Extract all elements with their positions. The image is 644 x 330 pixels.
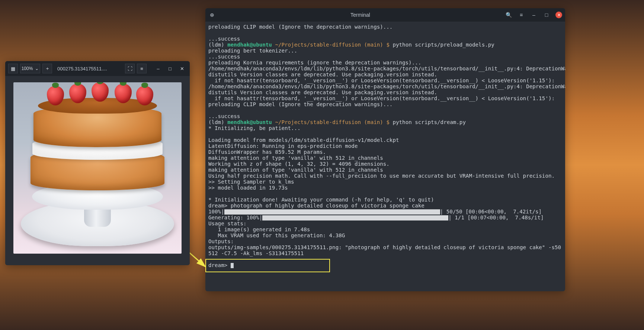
terminal-line: Working with z of shape (1, 4, 32, 32) =… [208,161,390,167]
output-path: outputs/img-samples/000275.3134175511.pn… [208,244,342,250]
prompt-userhost: mendhak@ubuntu [227,119,272,125]
terminal-line: preloading CLIP model (Ignore the deprec… [208,24,393,30]
terminal-line: distutils Version classes are deprecated… [208,89,437,95]
minimize-button[interactable]: – [530,11,538,19]
terminal-line: preloading Kornia requirements (ignore t… [208,60,421,66]
maximize-button[interactable]: □ [165,64,175,73]
new-tab-icon[interactable]: ⊕ [208,11,216,19]
zoom-in-icon[interactable]: ＋ [42,64,52,73]
terminal-line: distutils Version classes are deprecated… [208,72,437,77]
terminal-window: ⊕ Terminal 🔍 ≡ – □ ✕ preloading CLIP mod… [205,8,565,291]
terminal-line: making attention of type 'vanilla' with … [208,167,383,173]
terminal-line: 512 -C7.5 -Ak_lms -S3134175511 [208,250,304,256]
prompt-branch: (main) [364,119,383,125]
terminal-line: Outputs: [208,238,234,244]
image-viewer-window: ▦ 100% ⌄ ＋ 000275.3134175511.... ⛶ ≡ – □… [5,61,190,265]
terminal-line: >> model loaded in 19.73s [208,185,288,191]
terminal-line: ...success [208,113,240,119]
minimize-button[interactable]: – [153,64,163,73]
grid-view-icon[interactable]: ▦ [8,64,18,73]
zoom-dropdown[interactable]: 100% ⌄ [20,64,40,73]
progress-stats: | 1/1 [00:07<00:00, 7.48s/it] [448,215,544,220]
terminal-line: preloading CLIP model (Ignore the deprec… [208,101,393,107]
hamburger-menu-icon[interactable]: ≡ [518,11,525,19]
terminal-body[interactable]: preloading CLIP model (Ignore the deprec… [205,22,565,291]
terminal-line: if not hasattr(tensorboard, '__version__… [208,77,555,83]
progress-bar [224,209,440,215]
close-button[interactable]: ✕ [177,64,187,73]
prompt-symbol: $ [386,42,390,48]
terminal-line: Usage stats: [208,220,247,226]
terminal-command: python scripts/dream.py [393,119,465,125]
terminal-line: Max VRAM used for this generation: 4.38G [208,232,345,238]
prompt-branch: (main) [364,42,383,48]
terminal-line: 1 image(s) generated in 7.48s [208,226,310,232]
image-viewer-body [5,76,190,265]
terminal-command: python scripts/preload_models.py [393,42,494,48]
terminal-line: "photograph of highly detailed closeup o… [342,244,565,250]
terminal-line: if not hasattr(tensorboard, '__version__… [208,95,555,101]
terminal-line: Using half precision math. Call with --f… [208,173,555,179]
generated-image [13,82,182,254]
progress-label: Generating: 100%| [208,215,262,220]
chevron-down-icon: ⌄ [35,66,39,71]
image-file-title: 000275.3134175511.... [54,66,123,72]
terminal-titlebar: ⊕ Terminal 🔍 ≡ – □ ✕ [205,8,565,22]
cursor-icon [231,263,234,268]
terminal-line: >> Setting Sampler to k_lms [208,179,294,185]
prompt-path: ~/Projects/stable-diffusion [275,119,361,125]
maximize-button[interactable]: □ [543,11,550,19]
close-button[interactable]: ✕ [555,12,562,18]
prompt-userhost: mendhak@ubuntu [227,42,272,48]
terminal-line: /home/mendhak/anaconda3/envs/ldm/lib/pyt… [208,83,565,89]
terminal-line: Loading model from models/ldm/stable-dif… [208,137,399,143]
zoom-level: 100% [22,66,33,71]
prompt-symbol: $ [386,119,390,125]
terminal-line: ...success [208,54,240,60]
terminal-line: * Initializing, be patient... [208,125,301,131]
terminal-line: making attention of type 'vanilla' with … [208,155,383,161]
prompt-env: (ldm) [208,119,224,125]
prompt-path: ~/Projects/stable-diffusion [275,42,361,48]
terminal-line: ...success [208,36,240,42]
terminal-line: preloading bert tokenizer... [208,48,297,54]
search-icon[interactable]: 🔍 [505,11,512,19]
terminal-line: dream> photograph of highly detailed clo… [208,203,424,209]
terminal-line: LatentDiffusion: Running in eps-predicti… [208,143,358,149]
dream-prompt[interactable]: dream> [208,262,231,268]
progress-bar [262,215,448,220]
terminal-title: Terminal [216,12,505,18]
fullscreen-icon[interactable]: ⛶ [125,64,135,73]
terminal-line: /home/mendhak/anaconda3/envs/ldm/lib/pyt… [208,66,565,72]
hamburger-menu-icon[interactable]: ≡ [137,64,147,73]
image-viewer-titlebar: ▦ 100% ⌄ ＋ 000275.3134175511.... ⛶ ≡ – □… [5,61,190,76]
prompt-env: (ldm) [208,42,224,48]
terminal-line: DiffusionWrapper has 859.52 M params. [208,149,326,155]
progress-stats: | 50/50 [00:06<00:00, 7.42it/s] [440,209,542,215]
svg-line-0 [188,251,205,267]
terminal-line: * Initialization done! Awaiting your com… [208,197,434,203]
progress-label: 100%| [208,209,224,215]
